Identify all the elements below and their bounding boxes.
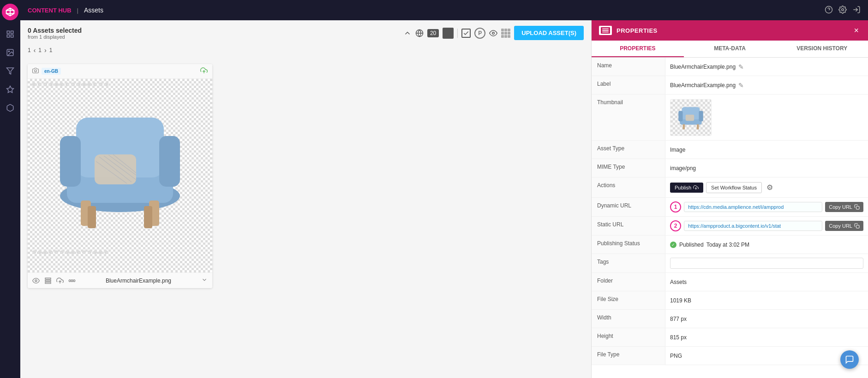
chair-image-container (28, 90, 212, 247)
asset-type-text: Image (670, 147, 685, 153)
app-logo[interactable] (2, 4, 18, 20)
folder-label: Folder (592, 273, 665, 291)
tab-properties[interactable]: PROPERTIES (592, 41, 684, 57)
asset-type-row: Asset Type Image (592, 141, 868, 159)
p-filter-button[interactable]: P (474, 28, 485, 39)
page-next-button[interactable]: › (44, 47, 47, 54)
camera-icon (32, 67, 39, 75)
name-value: BlueArmchairExample.png ✎ (665, 58, 868, 76)
sidebar-icon-pages[interactable] (2, 26, 18, 42)
set-workflow-button[interactable]: Set Workflow Status (706, 182, 762, 193)
top-navigation: CONTENT HUB | Assets (20, 0, 868, 20)
svg-point-42 (69, 280, 71, 282)
view-mode-block[interactable] (443, 28, 454, 39)
properties-panel: PROPERTIES × PROPERTIES META-DATA VERSIO… (591, 20, 868, 378)
properties-panel-title: PROPERTIES (617, 27, 847, 34)
svg-point-8 (8, 51, 9, 52)
assets-from-displayed: from 1 displayed (28, 34, 82, 40)
dynamic-url-label: Dynamic URL (592, 198, 665, 216)
dynamic-url-circle: 1 (670, 201, 681, 213)
list-view-icon[interactable] (44, 277, 52, 284)
label-edit-icon[interactable]: ✎ (738, 82, 744, 89)
publishing-status-label: Publishing Status (592, 236, 665, 254)
svg-rect-36 (45, 278, 51, 279)
visibility-toggle-button[interactable] (489, 29, 497, 37)
sidebar-icon-box[interactable] (2, 100, 18, 116)
mime-type-value: image/png (665, 159, 868, 177)
sidebar-icon-star[interactable] (2, 81, 18, 98)
name-edit-icon[interactable]: ✎ (738, 63, 744, 71)
height-value: 815 px (665, 328, 868, 346)
tags-input[interactable] (670, 258, 863, 269)
svg-rect-55 (856, 225, 860, 229)
static-url-circle: 2 (670, 220, 681, 231)
copy-icon-2 (854, 223, 860, 229)
svg-rect-52 (697, 124, 699, 129)
grid-view-button[interactable] (501, 29, 510, 38)
dynamic-url-input[interactable] (684, 202, 822, 212)
publish-cloud-icon (693, 185, 699, 190)
tab-version-history[interactable]: VERSION HISTORY (776, 41, 868, 57)
publishing-status-value: Published Today at 3:02 PM (665, 236, 868, 254)
page-prev-button[interactable]: ‹ (34, 47, 36, 54)
svg-rect-23 (60, 136, 81, 187)
folder-text: Assets (670, 279, 687, 285)
static-url-row: Static URL 2 Copy URL (592, 217, 868, 236)
asset-card-footer: BlueArmchairExample.png (28, 272, 212, 288)
svg-point-17 (492, 32, 495, 34)
width-text: 877 px (670, 316, 687, 322)
copy-static-url-button[interactable]: Copy URL (825, 221, 863, 231)
publish-button[interactable]: Publish (670, 183, 703, 193)
actions-gear-button[interactable]: ⚙ (765, 181, 775, 194)
help-icon[interactable] (825, 6, 833, 15)
tab-metadata[interactable]: META-DATA (684, 41, 776, 57)
static-url-input[interactable] (684, 221, 822, 231)
sidebar-icon-assets[interactable] (2, 44, 18, 61)
page-last: 1 (49, 47, 53, 53)
properties-header: PROPERTIES × (592, 20, 868, 41)
file-type-row: File Type PNG (592, 347, 868, 365)
chat-button[interactable] (840, 350, 859, 369)
svg-rect-3 (7, 31, 9, 33)
properties-body: Name BlueArmchairExample.png ✎ Label Blu… (592, 58, 868, 378)
close-properties-button[interactable]: × (852, 24, 861, 37)
locale-filter-button[interactable] (415, 29, 424, 37)
upload-assets-button[interactable]: UPLOAD ASSET(S) (514, 26, 584, 40)
toolbar-divider (457, 29, 458, 38)
more-options-icon[interactable] (68, 277, 76, 284)
asset-type-value: Image (665, 141, 868, 159)
svg-rect-33 (88, 206, 96, 228)
sort-toggle-button[interactable] (403, 29, 412, 37)
settings-icon[interactable] (838, 6, 847, 15)
preview-icon[interactable] (32, 277, 40, 284)
dynamic-url-value: 1 Copy URL (665, 198, 868, 216)
file-size-label: File Size (592, 291, 665, 309)
mime-type-label: MIME Type (592, 159, 665, 177)
image-dots-top (28, 79, 212, 90)
asset-image-area (28, 79, 212, 272)
thumbnail-row: Thumbnail (592, 94, 868, 141)
properties-header-icon (599, 26, 612, 35)
svg-rect-51 (683, 124, 685, 129)
page-size-badge[interactable]: 20 (427, 29, 439, 37)
copy-dynamic-url-button[interactable]: Copy URL (825, 202, 863, 212)
sidebar (0, 0, 20, 378)
section-title: Assets (84, 6, 103, 14)
sidebar-icon-filter[interactable] (2, 63, 18, 79)
pagination: 1 ‹ 1 › 1 (28, 47, 584, 54)
select-all-checkbox[interactable] (461, 29, 471, 38)
asset-type-label: Asset Type (592, 141, 665, 159)
height-row: Height 815 px (592, 328, 868, 347)
export-icon[interactable] (852, 6, 861, 15)
grid-icon (501, 29, 510, 38)
asset-filename: BlueArmchairExample.png (106, 278, 171, 284)
svg-point-18 (35, 70, 37, 72)
static-url-label: Static URL (592, 217, 665, 235)
upload-icon[interactable] (56, 277, 64, 284)
svg-rect-5 (7, 35, 9, 37)
content-area: 0 Assets selected from 1 displayed (20, 20, 868, 378)
properties-icon-inner (601, 27, 610, 34)
expand-icon[interactable] (201, 277, 208, 284)
file-type-value: PNG (665, 347, 868, 365)
height-text: 815 px (670, 334, 687, 341)
